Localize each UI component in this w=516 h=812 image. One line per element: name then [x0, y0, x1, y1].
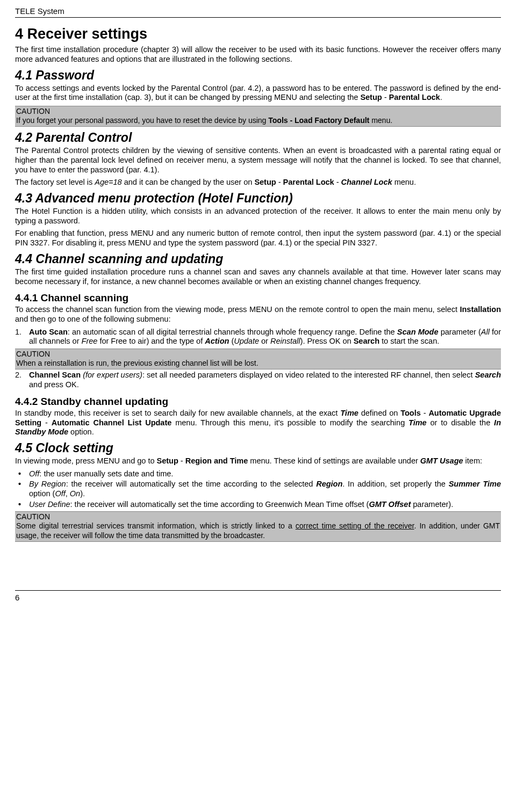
page-number: 6	[15, 590, 501, 603]
section-4-3-body-2: For enabling that function, press MENU a…	[15, 229, 501, 248]
caution-box-4-4-1: CAUTION When a reinstallation is run, th…	[15, 349, 501, 369]
caution-label: CAUTION	[16, 512, 500, 521]
section-4-4-2-body: In standby mode, this receiver is set to…	[15, 409, 501, 437]
section-4-title: 4 Receiver settings	[15, 25, 501, 43]
channel-scan-list-2: 2.Channel Scan (for expert users): set a…	[15, 371, 501, 389]
list-item: Off: the user manually sets date and tim…	[15, 469, 501, 479]
header-brand: TELE System	[15, 6, 501, 16]
channel-scan-list: 1.Auto Scan: an automatic scan of all di…	[15, 328, 501, 346]
gmt-usage-list: Off: the user manually sets date and tim…	[15, 469, 501, 510]
list-item: User Define: the receiver will automatic…	[15, 500, 501, 510]
section-4-5-title: 4.5 Clock setting	[15, 440, 501, 455]
caution-label: CAUTION	[16, 350, 500, 359]
list-item: 1.Auto Scan: an automatic scan of all di…	[15, 328, 501, 346]
section-4-4-title: 4.4 Channel scanning and updating	[15, 251, 501, 266]
list-item: 2.Channel Scan (for expert users): set a…	[15, 371, 501, 389]
section-4-3-body-1: The Hotel Function is a hidden utility, …	[15, 207, 501, 226]
section-4-3-title: 4.3 Advanced menu protection (Hotel Func…	[15, 191, 501, 206]
section-4-1-body: To access settings and events locked by …	[15, 84, 501, 103]
section-4-5-intro: In viewing mode, press MENU and go to Se…	[15, 456, 501, 466]
section-4-4-2-title: 4.4.2 Standby channel updating	[15, 395, 501, 408]
list-item: By Region: the receiver will automatical…	[15, 480, 501, 498]
section-4-2-body-2: The factory set level is Age=18 and it c…	[15, 178, 501, 187]
section-4-1-title: 4.1 Password	[15, 68, 501, 83]
section-4-4-1-title: 4.4.1 Channel scanning	[15, 292, 501, 304]
caution-label: CAUTION	[16, 107, 500, 116]
section-4-4-intro: The first time guided installation proce…	[15, 267, 501, 286]
section-4-2-body-1: The Parental Control protects children b…	[15, 146, 501, 175]
section-4-4-1-intro: To access the channel scan function from…	[15, 305, 501, 324]
caution-box-4-1: CAUTION If you forget your personal pass…	[15, 106, 501, 127]
caution-box-4-5: CAUTION Some digital terrestrial service…	[15, 511, 501, 541]
section-4-2-title: 4.2 Parental Control	[15, 130, 501, 145]
header-rule	[15, 17, 501, 18]
section-4-intro: The first time installation procedure (c…	[15, 45, 501, 64]
caution-text: When a reinstallation is run, the previo…	[16, 359, 259, 367]
